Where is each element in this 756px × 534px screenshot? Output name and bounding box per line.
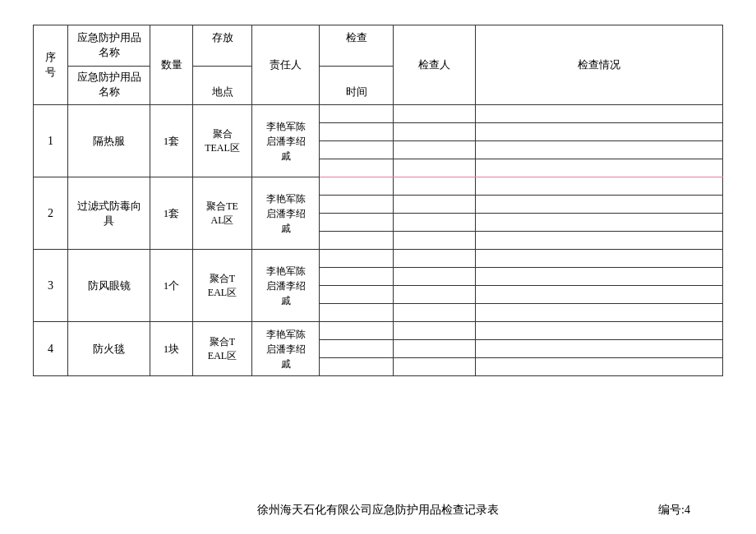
cell-status (476, 123, 723, 141)
table-row: 4防火毯1块聚合TEAL区李艳军陈启潘李绍戚 (34, 322, 723, 340)
header-seq: 序 号 (34, 25, 68, 105)
table-row: 3防风眼镜1个聚合TEAL区李艳军陈启潘李绍戚 (34, 250, 723, 268)
cell-qty: 1套 (150, 177, 193, 250)
cell-inspector (394, 358, 476, 376)
cell-seq: 3 (34, 250, 68, 322)
cell-time (320, 250, 394, 268)
cell-inspector (394, 123, 476, 141)
cell-status (476, 304, 723, 322)
cell-status (476, 141, 723, 159)
cell-status (476, 358, 723, 376)
header-loc-bottom: 地点 (193, 67, 252, 105)
cell-inspector (394, 304, 476, 322)
cell-status (476, 159, 723, 177)
cell-status (476, 177, 723, 196)
cell-status (476, 196, 723, 214)
cell-time (320, 232, 394, 250)
cell-resp: 李艳军陈启潘李绍戚 (252, 250, 320, 322)
cell-qty: 1个 (150, 250, 193, 322)
cell-time (320, 304, 394, 322)
cell-status (476, 232, 723, 250)
cell-time (320, 141, 394, 159)
cell-seq: 1 (34, 105, 68, 177)
cell-inspector (394, 322, 476, 340)
header-time-bottom: 时间 (320, 67, 394, 105)
table-row: 1隔热服1套聚合TEAL区李艳军陈启潘李绍戚 (34, 105, 723, 123)
cell-status (476, 322, 723, 340)
footer-code: 编号:4 (658, 503, 690, 518)
cell-status (476, 268, 723, 286)
cell-name: 防火毯 (68, 322, 150, 376)
cell-inspector (394, 105, 476, 123)
cell-time (320, 214, 394, 232)
cell-status (476, 340, 723, 358)
cell-inspector (394, 196, 476, 214)
cell-time (320, 196, 394, 214)
cell-inspector (394, 141, 476, 159)
header-name-top: 应急防护用品名称 (68, 25, 150, 67)
main-table-wrapper: 序 号 应急防护用品名称 数量 存放 责任人 检查 检查人 检查情况 应急防护用… (33, 25, 723, 495)
cell-inspector (394, 250, 476, 268)
header-status: 检查情况 (476, 25, 723, 105)
footer: 徐州海天石化有限公司应急防护用品检查记录表 编号:4 (33, 495, 723, 518)
cell-loc: 聚合TEAL区 (193, 177, 252, 250)
cell-qty: 1块 (150, 322, 193, 376)
cell-loc: 聚合TEAL区 (193, 250, 252, 322)
cell-time (320, 159, 394, 177)
cell-name: 防风眼镜 (68, 250, 150, 322)
header-name-bottom: 应急防护用品名称 (68, 67, 150, 105)
table-header: 序 号 应急防护用品名称 数量 存放 责任人 检查 检查人 检查情况 (34, 25, 723, 67)
cell-status (476, 250, 723, 268)
cell-status (476, 214, 723, 232)
cell-time (320, 105, 394, 123)
cell-time (320, 177, 394, 196)
cell-status (476, 105, 723, 123)
cell-seq: 4 (34, 322, 68, 376)
cell-inspector (394, 286, 476, 304)
inspection-table: 序 号 应急防护用品名称 数量 存放 责任人 检查 检查人 检查情况 应急防护用… (33, 25, 723, 376)
cell-name: 隔热服 (68, 105, 150, 177)
cell-time (320, 123, 394, 141)
cell-inspector (394, 340, 476, 358)
cell-inspector (394, 159, 476, 177)
cell-status (476, 286, 723, 304)
cell-time (320, 286, 394, 304)
cell-inspector (394, 232, 476, 250)
cell-time (320, 340, 394, 358)
cell-name: 过滤式防毒向具 (68, 177, 150, 250)
cell-time (320, 268, 394, 286)
cell-resp: 李艳军陈启潘李绍戚 (252, 322, 320, 376)
cell-time (320, 322, 394, 340)
header-qty: 数量 (150, 25, 193, 105)
cell-inspector (394, 214, 476, 232)
footer-title: 徐州海天石化有限公司应急防护用品检查记录表 (257, 503, 499, 518)
cell-time (320, 358, 394, 376)
cell-resp: 李艳军陈启潘李绍戚 (252, 105, 320, 177)
header-loc-top: 存放 (193, 25, 252, 67)
cell-loc: 聚合TEAL区 (193, 322, 252, 376)
cell-inspector (394, 177, 476, 196)
cell-loc: 聚合TEAL区 (193, 105, 252, 177)
table-row: 2过滤式防毒向具1套聚合TEAL区李艳军陈启潘李绍戚 (34, 177, 723, 196)
header-time-top: 检查 (320, 25, 394, 67)
cell-qty: 1套 (150, 105, 193, 177)
cell-seq: 2 (34, 177, 68, 250)
table-body: 1隔热服1套聚合TEAL区李艳军陈启潘李绍戚2过滤式防毒向具1套聚合TEAL区李… (34, 105, 723, 376)
cell-inspector (394, 268, 476, 286)
cell-resp: 李艳军陈启潘李绍戚 (252, 177, 320, 250)
header-resp: 责任人 (252, 25, 320, 105)
header-inspector: 检查人 (394, 25, 476, 105)
